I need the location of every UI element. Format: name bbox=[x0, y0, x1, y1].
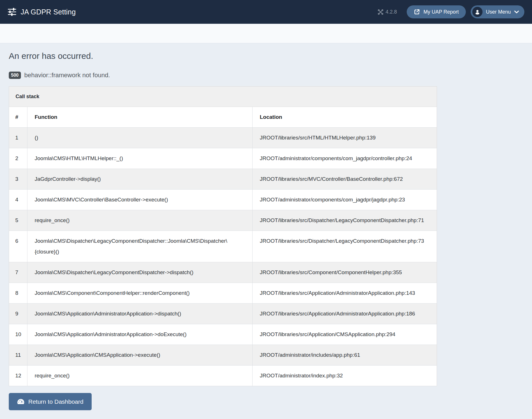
callstack-body: 1()JROOT/libraries/src/HTML/HTMLHelper.p… bbox=[9, 128, 437, 386]
my-uap-report-button[interactable]: My UAP Report bbox=[407, 5, 466, 18]
navbar-right: 4.2.8 My UAP Report User Menu bbox=[378, 5, 524, 18]
user-avatar-icon bbox=[472, 7, 483, 17]
call-stack-card: Call stack # Function Location 1()JROOT/… bbox=[9, 86, 437, 386]
cell-num: 9 bbox=[9, 304, 27, 324]
column-header-function: Function bbox=[27, 107, 252, 128]
error-message: behavior::framework not found. bbox=[24, 72, 110, 79]
table-row: 9Joomla\CMS\Application\AdministratorApp… bbox=[9, 304, 437, 324]
cell-num: 12 bbox=[9, 366, 27, 386]
external-link-icon bbox=[414, 9, 420, 15]
table-row: 7Joomla\CMS\Dispatcher\LegacyComponentDi… bbox=[9, 262, 437, 283]
table-row: 1()JROOT/libraries/src/HTML/HTMLHelper.p… bbox=[9, 128, 437, 148]
joomla-logo-icon bbox=[378, 9, 384, 15]
cell-num: 6 bbox=[9, 231, 27, 262]
cell-fn: Joomla\CMS\Application\AdministratorAppl… bbox=[27, 304, 252, 324]
cell-loc: JROOT/administrator/components/com_jagdp… bbox=[252, 148, 437, 169]
call-stack-title: Call stack bbox=[9, 87, 437, 107]
cell-loc: JROOT/administrator/components/com_jagdp… bbox=[252, 190, 437, 210]
cell-fn: Joomla\CMS\Dispatcher\LegacyComponentDis… bbox=[27, 262, 252, 283]
joomla-version: 4.2.8 bbox=[378, 9, 397, 15]
cell-num: 7 bbox=[9, 262, 27, 283]
cell-num: 2 bbox=[9, 148, 27, 169]
table-row: 5require_once()JROOT/libraries/src/Dispa… bbox=[9, 210, 437, 231]
cell-fn: Joomla\CMS\Application\CMSApplication->e… bbox=[27, 345, 252, 366]
dashboard-gauge-icon bbox=[17, 398, 25, 405]
column-header-location: Location bbox=[252, 107, 437, 128]
brand: JA GDPR Setting bbox=[8, 8, 76, 16]
top-navbar: JA GDPR Setting 4.2.8 My UAP Report bbox=[0, 0, 532, 24]
cell-fn: () bbox=[27, 128, 252, 148]
cell-loc: JROOT/libraries/src/Dispatcher/LegacyCom… bbox=[252, 231, 437, 262]
cell-loc: JROOT/libraries/src/MVC/Controller/BaseC… bbox=[252, 169, 437, 190]
cell-fn: require_once() bbox=[27, 366, 252, 386]
column-header-index: # bbox=[9, 107, 27, 128]
cell-fn: Joomla\CMS\HTML\HTMLHelper::_() bbox=[27, 148, 252, 169]
cell-loc: JROOT/libraries/src/Component/ComponentH… bbox=[252, 262, 437, 283]
cell-fn: require_once() bbox=[27, 210, 252, 231]
cell-num: 5 bbox=[9, 210, 27, 231]
user-menu-label: User Menu bbox=[486, 9, 511, 15]
return-to-dashboard-button[interactable]: Return to Dashboard bbox=[9, 393, 92, 410]
cell-fn: Joomla\CMS\Application\AdministratorAppl… bbox=[27, 324, 252, 345]
sliders-icon[interactable] bbox=[8, 8, 16, 16]
table-header-row: # Function Location bbox=[9, 107, 437, 128]
cell-num: 11 bbox=[9, 345, 27, 366]
chevron-down-icon bbox=[514, 10, 519, 14]
error-line: 500 behavior::framework not found. bbox=[9, 72, 523, 79]
cell-loc: JROOT/libraries/src/Dispatcher/LegacyCom… bbox=[252, 210, 437, 231]
cell-num: 3 bbox=[9, 169, 27, 190]
version-label: 4.2.8 bbox=[385, 9, 397, 15]
return-to-dashboard-label: Return to Dashboard bbox=[28, 398, 83, 405]
table-row: 6Joomla\CMS\Dispatcher\LegacyComponentDi… bbox=[9, 231, 437, 262]
cell-num: 8 bbox=[9, 283, 27, 304]
cell-num: 1 bbox=[9, 128, 27, 148]
cell-loc: JROOT/libraries/src/HTML/HTMLHelper.php:… bbox=[252, 128, 437, 148]
cell-fn: Joomla\CMS\Component\ComponentHelper::re… bbox=[27, 283, 252, 304]
my-uap-report-label: My UAP Report bbox=[423, 9, 459, 15]
page-title: JA GDPR Setting bbox=[21, 8, 76, 16]
table-row: 3JaGdprController->display()JROOT/librar… bbox=[9, 169, 437, 190]
cell-num: 10 bbox=[9, 324, 27, 345]
cell-loc: JROOT/libraries/src/Application/Administ… bbox=[252, 304, 437, 324]
cell-fn: JaGdprController->display() bbox=[27, 169, 252, 190]
table-row: 10Joomla\CMS\Application\AdministratorAp… bbox=[9, 324, 437, 345]
cell-loc: JROOT/libraries/src/Application/Administ… bbox=[252, 283, 437, 304]
cell-loc: JROOT/libraries/src/Application/CMSAppli… bbox=[252, 324, 437, 345]
call-stack-table: # Function Location 1()JROOT/libraries/s… bbox=[9, 107, 437, 386]
cell-loc: JROOT/administrator/index.php:32 bbox=[252, 366, 437, 386]
user-menu-button[interactable]: User Menu bbox=[471, 5, 524, 18]
cell-num: 4 bbox=[9, 190, 27, 210]
error-heading: An error has occurred. bbox=[9, 51, 523, 61]
error-page: An error has occurred. 500 behavior::fra… bbox=[0, 43, 532, 410]
sub-header-bar bbox=[0, 24, 532, 43]
table-row: 4Joomla\CMS\MVC\Controller\BaseControlle… bbox=[9, 190, 437, 210]
status-code-badge: 500 bbox=[9, 72, 21, 79]
cell-fn: Joomla\CMS\MVC\Controller\BaseController… bbox=[27, 190, 252, 210]
table-row: 11Joomla\CMS\Application\CMSApplication-… bbox=[9, 345, 437, 366]
cell-fn: Joomla\CMS\Dispatcher\LegacyComponentDis… bbox=[27, 231, 252, 262]
cell-loc: JROOT/administrator/includes/app.php:61 bbox=[252, 345, 437, 366]
table-row: 2Joomla\CMS\HTML\HTMLHelper::_()JROOT/ad… bbox=[9, 148, 437, 169]
table-row: 8Joomla\CMS\Component\ComponentHelper::r… bbox=[9, 283, 437, 304]
table-row: 12require_once()JROOT/administrator/inde… bbox=[9, 366, 437, 386]
